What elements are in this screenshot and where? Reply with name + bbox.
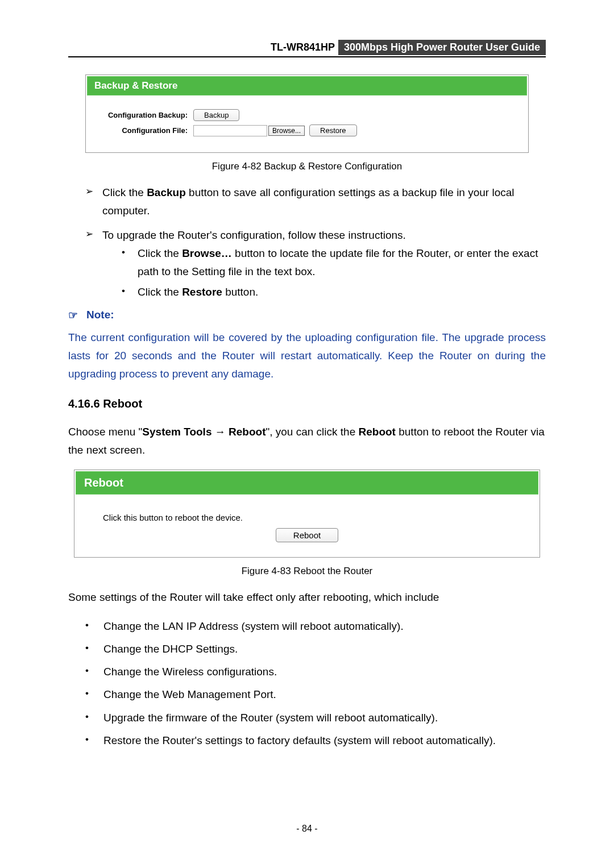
reboot-intro-text: Choose menu "System Tools → Reboot", you…: [68, 423, 546, 460]
sub-instruction-item: Click the Restore button.: [122, 283, 546, 301]
page-header: TL-WR841HP300Mbps High Power Router User…: [68, 40, 546, 57]
page-number: - 84 -: [68, 824, 546, 834]
bold-text: Restore: [182, 286, 222, 298]
bold-text: Backup: [147, 186, 186, 198]
list-item: Upgrade the firmware of the Router (syst…: [85, 709, 546, 727]
model-label: TL-WR841HP: [271, 41, 338, 53]
restore-button[interactable]: Restore: [309, 124, 357, 136]
config-file-input[interactable]: [193, 125, 267, 136]
list-item: Change the DHCP Settings.: [85, 640, 546, 658]
list-item: Change the LAN IP Address (system will r…: [85, 617, 546, 636]
text: Click the: [102, 186, 147, 198]
panel-title-reboot: Reboot: [76, 471, 538, 495]
text: Click the: [138, 247, 182, 259]
panel-title-backup: Backup & Restore: [87, 76, 527, 95]
backup-restore-panel: Backup & Restore Configuration Backup: B…: [85, 74, 529, 153]
bold-text: Browse…: [182, 247, 232, 259]
header-subtitle: 300Mbps High Power Router User Guide: [338, 40, 546, 55]
instruction-item: To upgrade the Router's configuration, f…: [85, 226, 546, 302]
figure-caption-1: Figure 4-82 Backup & Restore Configurati…: [68, 161, 546, 172]
list-item: Restore the Router's settings to factory…: [85, 732, 546, 750]
arrow-text: →: [211, 426, 229, 438]
bold-text: Reboot: [359, 426, 396, 438]
section-heading-reboot: 4.16.6 Reboot: [68, 397, 546, 410]
text: Click the: [138, 286, 182, 298]
figure-caption-2: Figure 4-83 Reboot the Router: [68, 566, 546, 577]
sub-instruction-item: Click the Browse… button to locate the u…: [122, 244, 546, 281]
text: button.: [222, 286, 258, 298]
browse-button[interactable]: Browse...: [268, 126, 305, 136]
instruction-item: Click the Backup button to save all conf…: [85, 184, 546, 221]
list-item: Change the Web Management Port.: [85, 686, 546, 704]
settings-intro-text: Some settings of the Router will take ef…: [68, 588, 546, 607]
reboot-panel: Reboot Click this button to reboot the d…: [74, 470, 540, 558]
reboot-button[interactable]: Reboot: [276, 528, 338, 542]
list-item: Change the Wireless configurations.: [85, 663, 546, 681]
reboot-instruction: Click this button to reboot the device.: [103, 513, 511, 522]
note-label: Note:: [86, 309, 114, 321]
note-heading: ☞ Note:: [68, 309, 546, 322]
pointing-hand-icon: ☞: [68, 309, 81, 322]
text: ", you can click the: [265, 426, 358, 438]
note-paragraph: The current configuration will be covere…: [68, 329, 546, 384]
bold-text: System Tools: [142, 426, 211, 438]
text: Choose menu ": [68, 426, 142, 438]
config-backup-label: Configuration Backup:: [94, 111, 193, 119]
config-file-label: Configuration File:: [94, 126, 193, 135]
bold-text: Reboot: [229, 426, 265, 438]
text: To upgrade the Router's configuration, f…: [102, 229, 406, 241]
backup-button[interactable]: Backup: [193, 109, 239, 121]
